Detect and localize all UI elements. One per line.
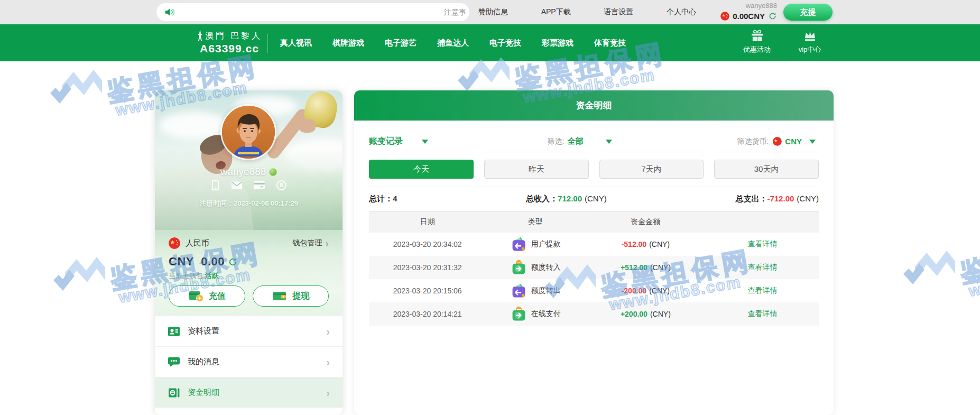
link-sponsor-info[interactable]: 赞助信息 [478,7,508,17]
eiffel-tower-icon [197,29,204,42]
summary-row: 总计：4 总收入：712.00(CNY) 总支出：-712.00(CNY) [369,187,819,211]
nav-items: 真人视讯 棋牌游戏 电子游艺 捕鱼达人 电子竞技 彩票游戏 体育竞技 [280,24,626,61]
main-navbar: 澳門 巴黎人 A63399.cc 真人视讯 棋牌游戏 电子游艺 捕鱼达人 电子竞… [0,24,980,61]
site-logo[interactable]: 澳門 巴黎人 A63399.cc [197,29,262,55]
transaction-date: 2023-03-20 20:14:21 [369,310,486,318]
topbar: 注意事 赞助信息 APP下载 语言设置 个人中心 wanye888 0.00CN… [0,0,980,24]
transaction-date: 2023-03-20 20:15:06 [369,287,486,295]
view-details-link[interactable]: 查看详情 [748,286,778,296]
panel-title: 资金明细 [354,90,834,121]
summary-income: 总收入：712.00(CNY) [526,194,607,204]
deposit-withdraw-button[interactable]: 充提 [783,4,833,21]
transaction-row: 2023-03-20 20:15:06 额度转出 -200.00 (CNY) 查… [369,279,819,302]
transaction-amount: -200.00 (CNY) [585,287,706,295]
bill-icon [168,386,180,399]
marquee-text: 注意事 [444,3,466,21]
nav-sports[interactable]: 体育竞技 [594,38,626,48]
nav-lottery[interactable]: 彩票游戏 [542,38,574,48]
vip-center-button[interactable]: vip中心 [791,29,829,54]
wallet-section: 人民币 钱包管理› CNY 0.00 当前主钱包:活跃 充值 提现 [155,230,343,316]
nav-right: 优惠活动 vip中心 [738,29,829,54]
withdraw-button[interactable]: 提现 [253,285,329,307]
topbar-username: wanye888 [746,2,777,10]
wallet-balance: CNY 0.00 [169,255,225,269]
profile-cover-photo: wanye888 B 注册时间：2023-02-06 00:17:29 [155,90,343,230]
crown-icon [803,29,817,43]
promotions-button[interactable]: 优惠活动 [738,29,776,54]
incoming-wallet-icon [510,259,528,276]
wallet-refresh-icon[interactable] [228,257,238,267]
sidebar-item-profile-settings[interactable]: 资料设置 › [155,316,343,346]
profile-sidebar: wanye888 B 注册时间：2023-02-06 00:17:29 人民币 … [155,90,343,415]
caret-down-icon [422,140,428,144]
withdraw-wallet-icon [272,290,288,302]
deposit-button[interactable]: 充值 [169,285,245,307]
refresh-balance-icon[interactable] [768,12,777,21]
filter-select-label[interactable]: 筛选: 全部 [484,131,589,152]
tab-7-days[interactable]: 7天内 [599,160,704,179]
chevron-right-icon: › [325,238,329,248]
phone-icon[interactable] [211,180,220,190]
nav-live-casino[interactable]: 真人视讯 [280,38,312,48]
jhdb-watermark-logo-icon [47,66,105,110]
transaction-row: 2023-03-20 20:14:21 在线支付 +200.00 (CNY) 查… [369,302,819,326]
cny-flag-icon [720,12,729,21]
mail-icon[interactable] [232,180,242,190]
currency-select[interactable]: 筛选货币: CNY [714,131,819,152]
vip-label: vip中心 [799,45,821,54]
nav-esports[interactable]: 电子竞技 [489,38,521,48]
jhdb-watermark-logo-icon [50,253,108,298]
promotions-label: 优惠活动 [743,45,771,54]
chevron-right-icon: › [326,357,330,367]
nav-board-games[interactable]: 棋牌游戏 [332,38,364,48]
view-details-link[interactable]: 查看详情 [748,263,778,272]
jhdb-watermark-logo-icon [900,246,958,291]
speaker-icon [164,6,175,18]
filter-select-caret[interactable] [599,131,704,152]
bank-card-icon[interactable] [254,180,265,190]
bitcoin-icon[interactable]: B [276,180,286,190]
tab-30-days[interactable]: 30天内 [714,160,819,179]
tab-today[interactable]: 今天 [369,160,474,179]
wallet-manage-link[interactable]: 钱包管理› [292,238,329,248]
sidebar-item-funds-detail[interactable]: 资金明细 › [155,377,343,408]
date-range-tabs: 今天 昨天 7天内 30天内 [369,160,819,179]
link-language-settings[interactable]: 语言设置 [604,7,633,17]
transaction-amount: +512.00 (CNY) [585,263,706,272]
summary-expense: 总支出：-712.00(CNY) [735,194,819,204]
topbar-balance: 0.00CNY [733,12,765,21]
view-details-link[interactable]: 查看详情 [748,309,778,319]
transaction-row: 2023-03-20 20:31:32 额度转入 +512.00 (CNY) 查… [369,256,819,279]
view-details-link[interactable]: 查看详情 [748,239,778,249]
funds-detail-panel: 资金明细 账变记录 筛选: 全部 筛选货币: CNY [354,90,834,415]
record-type-select[interactable]: 账变记录 [369,131,474,152]
rmb-flag-icon [169,237,180,249]
contact-icons: B [155,180,343,190]
outgoing-wallet-icon [510,282,528,300]
sidebar-menu: 资料设置 › 我的消息 › 资金明细 › [155,316,343,408]
chevron-right-icon: › [326,388,330,398]
cny-flag-icon [773,137,782,146]
link-personal-center[interactable]: 个人中心 [667,7,696,17]
announcement-marquee: 注意事 [156,3,469,21]
caret-down-icon [606,140,612,144]
nav-fishing[interactable]: 捕鱼达人 [437,38,469,48]
sidebar-item-my-messages[interactable]: 我的消息 › [155,346,343,377]
transaction-row: 2023-03-20 20:34:02 用户提款 -512.00 (CNY) 查… [369,233,819,256]
chevron-right-icon: › [326,326,330,337]
transaction-type: 额度转入 [531,263,561,272]
chat-bubble-icon [168,356,180,368]
tab-yesterday[interactable]: 昨天 [484,160,589,179]
transaction-date: 2023-03-20 20:31:32 [369,263,486,272]
nav-slots[interactable]: 电子游艺 [385,38,417,48]
transaction-type: 在线支付 [531,309,561,319]
table-body: 2023-03-20 20:34:02 用户提款 -512.00 (CNY) 查… [369,233,819,326]
avatar[interactable] [220,104,276,160]
summary-total: 总计：4 [369,194,397,204]
logo-title: 澳門 巴黎人 [205,31,262,42]
topbar-links: 赞助信息 APP下载 语言设置 个人中心 [478,0,696,24]
link-app-download[interactable]: APP下载 [541,7,571,17]
transaction-amount: +200.00 (CNY) [585,310,706,318]
incoming-wallet-icon [510,306,528,323]
verified-badge-icon [269,168,277,176]
